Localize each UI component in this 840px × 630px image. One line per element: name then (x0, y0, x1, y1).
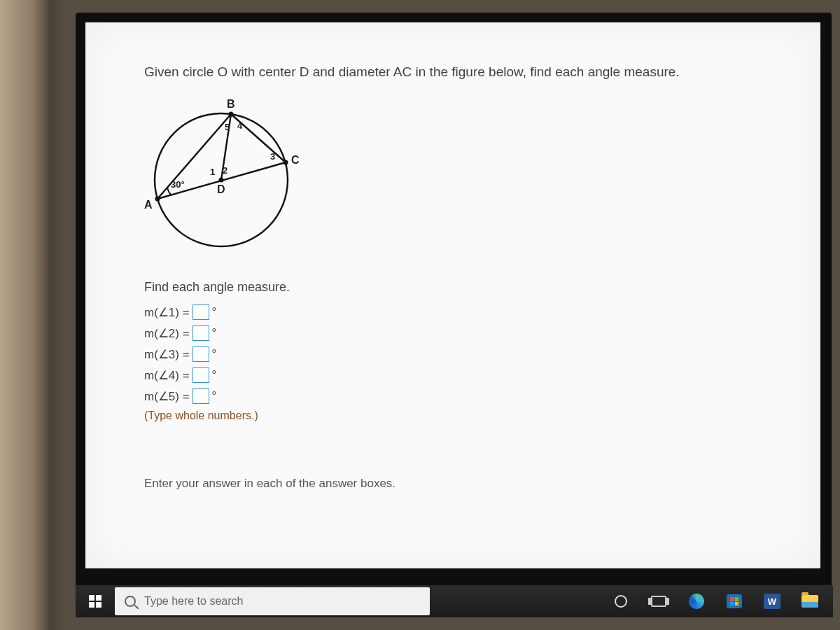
store-button[interactable] (718, 585, 750, 617)
problem-content: Given circle O with center D and diamete… (85, 22, 820, 568)
answer-row-2: m(∠2) = ° (144, 326, 781, 341)
hint-text: (Type whole numbers.) (144, 410, 781, 422)
answer-input-5[interactable] (192, 388, 209, 404)
diagram-angle-5: 5 (225, 122, 230, 132)
answer-label-5: m(∠5) = (144, 389, 190, 404)
answer-input-1[interactable] (192, 304, 209, 320)
word-button[interactable]: W (756, 585, 788, 617)
file-explorer-button[interactable] (794, 585, 826, 617)
taskbar-tray: W (605, 585, 833, 617)
diagram-label-D: D (217, 183, 225, 196)
diagram-label-B: B (227, 98, 235, 111)
screen-panel: Given circle O with center D and diamete… (76, 13, 832, 587)
circle-diagram: A B C D 30° 1 2 3 4 5 (140, 92, 302, 255)
answer-row-1: m(∠1) = ° (144, 304, 781, 320)
answer-label-3: m(∠3) = (144, 347, 190, 362)
answer-input-4[interactable] (192, 368, 209, 383)
diagram-angle-4: 4 (237, 120, 242, 131)
answer-label-4: m(∠4) = (144, 368, 190, 383)
footnote-text: Enter your answer in each of the answer … (144, 477, 781, 491)
edge-button[interactable] (680, 585, 713, 617)
answer-row-5: m(∠5) = ° (144, 388, 781, 404)
answer-input-3[interactable] (192, 346, 209, 362)
answer-label-2: m(∠2) = (144, 326, 190, 341)
diagram-angle-1: 1 (210, 167, 215, 177)
answer-input-2[interactable] (192, 326, 209, 341)
windows-icon (89, 595, 102, 608)
answer-unit-3: ° (212, 347, 217, 361)
answer-unit-2: ° (212, 326, 217, 340)
answer-unit-1: ° (212, 305, 217, 319)
diagram-angle-30: 30° (171, 179, 185, 190)
answer-label-1: m(∠1) = (144, 305, 190, 320)
answer-unit-4: ° (212, 368, 217, 382)
search-placeholder: Type here to search (144, 595, 243, 608)
diagram-label-C: C (291, 154, 300, 167)
taskbar-search[interactable]: Type here to search (115, 587, 430, 615)
answer-row-4: m(∠4) = ° (144, 368, 781, 383)
start-button[interactable] (76, 585, 115, 617)
task-view-button[interactable] (643, 585, 675, 617)
answer-unit-5: ° (212, 389, 217, 403)
instruction-text: Find each angle measure. (144, 280, 781, 295)
store-icon (727, 594, 742, 608)
word-icon: W (764, 594, 780, 609)
diagram-label-A: A (144, 199, 153, 211)
cortana-icon (615, 595, 627, 608)
folder-icon (802, 595, 818, 608)
diagram-angle-2: 2 (223, 165, 227, 176)
edge-icon (689, 594, 704, 609)
search-icon (125, 596, 136, 607)
diagram-angle-3: 3 (270, 151, 275, 162)
cortana-button[interactable] (605, 585, 637, 617)
windows-taskbar: Type here to search W (76, 585, 833, 617)
answer-row-3: m(∠3) = ° (144, 346, 781, 362)
question-text: Given circle O with center D and diamete… (144, 64, 781, 80)
task-view-icon (651, 596, 666, 607)
